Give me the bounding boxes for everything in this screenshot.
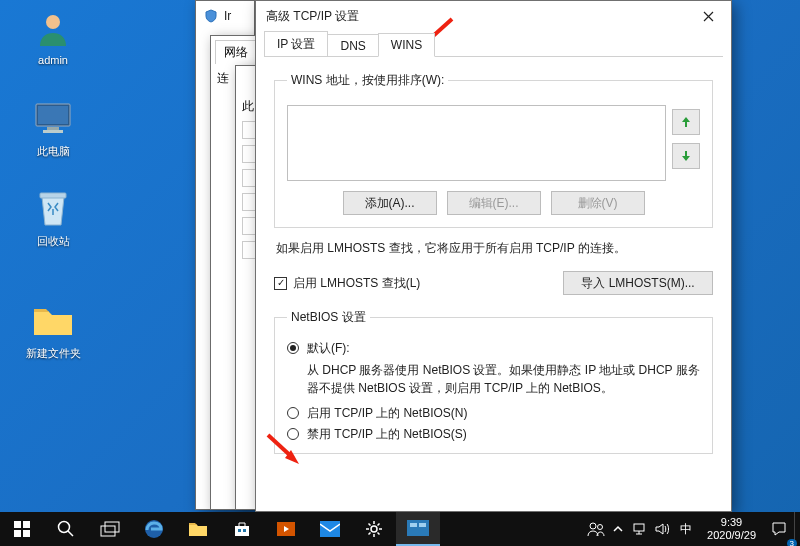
svg-rect-20 [410,523,417,527]
task-view-button[interactable] [88,512,132,546]
desktop-icon-recycle-bin[interactable]: 回收站 [18,188,88,249]
svg-point-10 [59,522,70,533]
shield-icon [204,9,218,23]
tray-volume-button[interactable] [651,512,673,546]
wins-address-listbox[interactable] [287,105,666,181]
svg-rect-21 [419,523,426,527]
svg-rect-17 [320,521,340,537]
radio-default[interactable]: 默认(F): [287,340,700,357]
lmhosts-note: 如果启用 LMHOSTS 查找，它将应用于所有启用 TCP/IP 的连接。 [276,240,713,257]
move-up-button[interactable] [672,109,700,135]
computer-icon [32,98,74,140]
svg-rect-9 [23,530,30,537]
checkbox-icon: ✓ [274,277,287,290]
remove-button[interactable]: 删除(V) [551,191,645,215]
svg-rect-14 [238,529,241,532]
ime-label: 中 [680,521,692,538]
chevron-up-icon [613,525,623,533]
radio-label: 启用 TCP/IP 上的 NetBIOS(N) [307,405,467,422]
store-icon [233,520,251,538]
desktop-icon-this-pc[interactable]: 此电脑 [18,98,88,159]
tabstrip: IP 设置 DNS WINS [256,31,731,57]
radio-icon [287,428,299,440]
svg-point-18 [371,526,377,532]
taskbar-app-edge[interactable] [132,512,176,546]
tray-people-button[interactable] [585,512,607,546]
advanced-tcpip-dialog: 高级 TCP/IP 设置 IP 设置 DNS WINS WINS 地址，按使用排… [255,0,732,512]
desktop: admin 此电脑 回收站 新建文件夹 Ir 网络 连 [0,0,800,546]
taskbar-app-store[interactable] [220,512,264,546]
svg-rect-19 [407,520,429,536]
start-button[interactable] [0,512,44,546]
checkbox-label: 启用 LMHOSTS 查找(L) [293,275,420,292]
tray-network-button[interactable] [629,512,651,546]
radio-default-description: 从 DHCP 服务器使用 NetBIOS 设置。如果使用静态 IP 地址或 DH… [307,361,700,397]
desktop-icon-label: admin [18,54,88,66]
folder-icon [188,520,208,538]
tray-notifications-button[interactable]: 3 [764,512,794,546]
windows-icon [14,521,30,537]
group-legend: NetBIOS 设置 [287,309,370,326]
tab-dns[interactable]: DNS [327,34,378,57]
control-panel-icon [407,520,429,536]
desktop-icon-label: 此电脑 [18,144,88,159]
group-legend: WINS 地址，按使用排序(W): [287,72,448,89]
radio-disable-netbios[interactable]: 禁用 TCP/IP 上的 NetBIOS(S) [287,426,700,443]
taskbar-app-settings[interactable] [352,512,396,546]
search-button[interactable] [44,512,88,546]
taskbar-app-control-panel[interactable] [396,512,440,546]
volume-icon [654,522,670,536]
svg-rect-11 [101,526,115,536]
gear-icon [365,520,383,538]
desktop-icon-label: 回收站 [18,234,88,249]
add-button[interactable]: 添加(A)... [343,191,437,215]
tray-overflow-button[interactable] [607,512,629,546]
tab-wins[interactable]: WINS [378,33,435,57]
edit-button[interactable]: 编辑(E)... [447,191,541,215]
desktop-icon-label: 新建文件夹 [18,346,88,361]
move-down-button[interactable] [672,143,700,169]
tray-ime-button[interactable]: 中 [673,512,699,546]
taskbar: 中 9:39 2020/9/29 3 [0,512,800,546]
arrow-up-icon [681,116,691,128]
svg-rect-8 [14,530,21,537]
people-icon [587,521,605,537]
task-view-icon [100,521,120,537]
svg-rect-12 [105,522,119,532]
tab-ip-settings[interactable]: IP 设置 [264,31,328,57]
svg-rect-2 [38,106,68,124]
svg-point-23 [598,525,603,530]
svg-rect-24 [634,524,644,531]
svg-rect-6 [14,521,21,528]
import-lmhosts-button[interactable]: 导入 LMHOSTS(M)... [563,271,713,295]
notification-icon [771,521,787,537]
enable-lmhosts-checkbox[interactable]: ✓ 启用 LMHOSTS 查找(L) [274,275,420,292]
edge-icon [143,518,165,540]
clock-date: 2020/9/29 [707,529,756,542]
recycle-bin-icon [32,188,74,230]
dialog-titlebar[interactable]: 高级 TCP/IP 设置 [256,1,731,31]
radio-label: 禁用 TCP/IP 上的 NetBIOS(S) [307,426,467,443]
notification-badge: 3 [787,539,797,546]
arrow-down-icon [681,150,691,162]
dialog-title-text: 高级 TCP/IP 设置 [266,8,359,25]
wins-addresses-group: WINS 地址，按使用排序(W): 添加(A)... 编辑(E)... [274,72,713,228]
tray-clock[interactable]: 9:39 2020/9/29 [699,516,764,541]
user-icon [32,8,74,50]
close-icon [703,11,714,22]
svg-rect-5 [40,193,66,198]
taskbar-app-mail[interactable] [308,512,352,546]
svg-rect-3 [47,127,59,130]
taskbar-app-explorer[interactable] [176,512,220,546]
radio-enable-netbios[interactable]: 启用 TCP/IP 上的 NetBIOS(N) [287,405,700,422]
dialog-body: WINS 地址，按使用排序(W): 添加(A)... 编辑(E)... [256,58,731,464]
svg-point-0 [46,15,60,29]
desktop-icon-new-folder[interactable]: 新建文件夹 [18,300,88,361]
desktop-icon-user[interactable]: admin [18,8,88,66]
close-button[interactable] [686,1,731,31]
system-tray: 中 9:39 2020/9/29 3 [585,512,800,546]
taskbar-app-media[interactable] [264,512,308,546]
network-icon [632,522,648,536]
svg-point-22 [590,523,596,529]
tab-network[interactable]: 网络 [215,40,257,64]
